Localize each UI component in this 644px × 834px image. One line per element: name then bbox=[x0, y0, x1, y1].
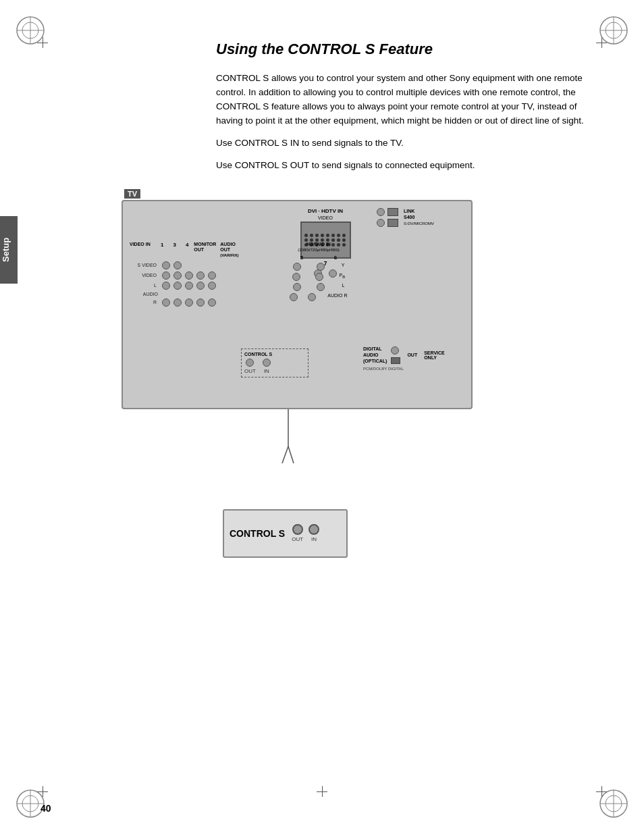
video-port-4 bbox=[196, 271, 205, 280]
tv-panel: TV DVI · HDTV IN VIDEO bbox=[122, 200, 473, 409]
dao-optical-port bbox=[391, 357, 400, 364]
hddvd-y-2 bbox=[317, 263, 325, 271]
al-port-4 bbox=[196, 282, 205, 290]
svideo-row: S VIDEO bbox=[130, 261, 285, 269]
svg-line-18 bbox=[282, 446, 288, 463]
body-paragraph-1: CONTROL S allows you to control your sys… bbox=[216, 72, 603, 128]
hddvd-numbers: 5 6 bbox=[285, 255, 352, 261]
hddvd-l-label: L bbox=[342, 283, 344, 291]
cs-out-circle bbox=[292, 524, 303, 535]
page-number: 40 bbox=[41, 803, 51, 814]
audio-l-row: L bbox=[130, 282, 285, 290]
control-s-callout-label: CONTROL S bbox=[230, 528, 285, 539]
body-paragraph-3: Use CONTROL S OUT to send signals to con… bbox=[216, 159, 603, 173]
cs-out-circle-inner bbox=[246, 359, 254, 367]
hddvd-ar-1 bbox=[290, 293, 298, 301]
cs-out-port: OUT bbox=[292, 524, 303, 542]
audio-out-label: AUDIOOUT(VAR/FIX) bbox=[220, 242, 238, 259]
svideo-port-2 bbox=[173, 261, 182, 269]
hddvd-l-1 bbox=[293, 283, 301, 291]
control-s-callout-ports: OUT IN bbox=[292, 524, 319, 542]
video-in-headers: VIDEO IN 1 3 4 MONITOROUT AUDIOOUT(VAR/F… bbox=[130, 242, 285, 259]
hddvd-y-1 bbox=[293, 263, 301, 271]
control-s-inner-label: CONTROL S bbox=[244, 352, 305, 357]
video-in-area: VIDEO IN 1 3 4 MONITOROUT AUDIOOUT(VAR/F… bbox=[130, 242, 285, 309]
link-label: LINKS400S-DV/MICROMV bbox=[404, 208, 434, 227]
svideo-label: S VIDEO bbox=[130, 263, 157, 267]
svideo-port-1 bbox=[162, 261, 170, 269]
cs-in-label: IN bbox=[311, 536, 317, 542]
cs-out-label-inner: OUT bbox=[244, 368, 256, 374]
connector-svg bbox=[122, 409, 473, 504]
hddvd-pb-row: PB bbox=[285, 273, 352, 281]
ar-port-3 bbox=[185, 298, 193, 307]
service-only-label: SERVICEONLY bbox=[424, 350, 445, 360]
al-port-1 bbox=[162, 282, 170, 290]
hddvd-audio-row: AUDIO R bbox=[285, 293, 352, 301]
control-s-inner: CONTROL S OUT IN bbox=[241, 348, 308, 377]
link-port-1 bbox=[377, 208, 385, 216]
control-s-inner-ports: OUT IN bbox=[244, 359, 305, 374]
link-area: LINKS400S-DV/MICROMV bbox=[377, 208, 464, 227]
video-in-numbers: 1 3 4 bbox=[161, 242, 188, 259]
hddvd-y-row: Y bbox=[285, 263, 352, 271]
ar-port-mon bbox=[208, 298, 216, 307]
digital-audio-inner: DIGITALAUDIO(OPTICAL) OUT SERVICEONLY bbox=[363, 346, 458, 364]
hddvd-audio-label: AUDIO R bbox=[327, 293, 347, 301]
dvi-sub-label: VIDEO bbox=[285, 215, 366, 220]
page-content: Using the CONTROL S Feature CONTROL S al… bbox=[41, 41, 603, 793]
vi-num-1: 1 bbox=[161, 242, 163, 259]
dao-out-label: OUT bbox=[407, 353, 417, 357]
hddvd-label: HD/DVD IN(1080i/720p/480p/480i) bbox=[285, 242, 352, 253]
hddvd-num-6: 6 bbox=[334, 255, 337, 261]
hddvd-l-2 bbox=[317, 283, 325, 291]
video-row: VIDEO bbox=[130, 271, 285, 280]
video-label: VIDEO bbox=[130, 273, 157, 278]
digital-audio-ports bbox=[391, 346, 400, 364]
hddvd-area: HD/DVD IN(1080i/720p/480p/480i) 5 6 Y PB bbox=[285, 242, 352, 302]
link-ports bbox=[377, 208, 398, 227]
vi-num-3: 3 bbox=[173, 242, 176, 259]
link-rect-2 bbox=[387, 219, 398, 227]
control-s-callout: CONTROL S OUT IN bbox=[223, 509, 348, 558]
audio-l-label: L bbox=[130, 283, 157, 288]
digital-audio-area: DIGITALAUDIO(OPTICAL) OUT SERVICEONLY PC… bbox=[363, 346, 458, 370]
monitor-out-label: MONITOROUT bbox=[194, 242, 216, 259]
ar-port-2 bbox=[173, 298, 182, 307]
al-port-mon bbox=[208, 282, 216, 290]
al-port-3 bbox=[185, 282, 193, 290]
video-port-1 bbox=[162, 271, 170, 280]
pcm-label: PCM/DOLBY DIGITAL bbox=[363, 367, 458, 371]
audio-r-label: R bbox=[130, 300, 157, 305]
al-port-2 bbox=[173, 282, 182, 290]
right-section: LINKS400S-DV/MICROMV bbox=[377, 208, 464, 234]
cs-out-port-inner: OUT bbox=[244, 359, 256, 374]
link-port-2-row bbox=[377, 219, 398, 227]
digital-audio-label: DIGITALAUDIO(OPTICAL) bbox=[363, 346, 387, 364]
video-port-3 bbox=[185, 271, 193, 280]
cs-out-label: OUT bbox=[292, 536, 303, 542]
cs-in-circle bbox=[308, 524, 319, 535]
cs-in-label-inner: IN bbox=[264, 368, 269, 374]
hddvd-ar-2 bbox=[308, 293, 316, 301]
vi-num-4: 4 bbox=[186, 242, 188, 259]
diagram-area: VHF/UHF CABLE TV DVI · HDTV IN VIDEO bbox=[108, 200, 603, 409]
dvi-label: DVI · HDTV IN bbox=[285, 208, 366, 214]
link-port-1-row bbox=[377, 208, 398, 216]
page-title: Using the CONTROL S Feature bbox=[216, 41, 603, 58]
hddvd-y-label: Y bbox=[342, 263, 345, 271]
cs-in-port: IN bbox=[308, 524, 319, 542]
tv-label: TV bbox=[124, 189, 140, 199]
cs-in-circle-inner bbox=[263, 359, 271, 367]
body-paragraph-2: Use CONTROL S IN to send signals to the … bbox=[216, 136, 603, 151]
ar-port-1 bbox=[162, 298, 170, 307]
ar-port-4 bbox=[196, 298, 205, 307]
video-port-2 bbox=[173, 271, 182, 280]
hddvd-pb-label: PB bbox=[340, 273, 346, 281]
hddvd-pb-2 bbox=[315, 273, 323, 281]
video-in-label: VIDEO IN bbox=[130, 242, 158, 259]
hddvd-l-row: L bbox=[285, 283, 352, 291]
video-port-mon bbox=[208, 271, 216, 280]
audio-section-label: AUDIO bbox=[130, 292, 158, 296]
cs-in-port-inner: IN bbox=[263, 359, 271, 374]
